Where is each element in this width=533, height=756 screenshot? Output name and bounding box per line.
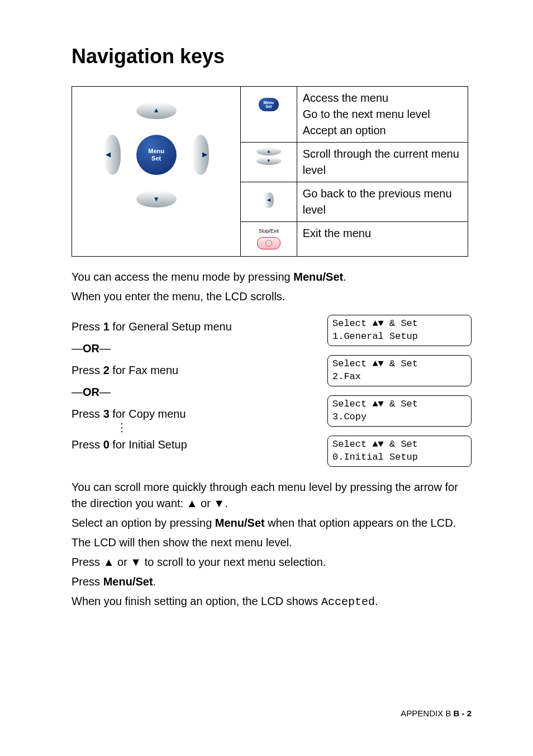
- desc-line: Access the menu: [303, 90, 462, 106]
- text: .: [343, 271, 346, 283]
- stop-exit-mini-icon: Stop/Exit: [241, 222, 297, 257]
- menu-label: Menu: [148, 148, 164, 155]
- desc-line: Accept an option: [303, 122, 462, 139]
- menu-set-button-icon: Menu Set: [136, 135, 177, 175]
- text: .: [153, 575, 156, 588]
- text-bold: 1: [103, 320, 110, 333]
- lcd-display: Select ▲▼ & Set 3.Copy: [327, 395, 472, 427]
- left-mini-icon: ◀: [241, 182, 297, 222]
- desc-line: Go to the next menu level: [303, 106, 462, 122]
- left-button-icon: ◀: [104, 135, 121, 175]
- page-footer: APPENDIX B B - 2: [401, 708, 472, 718]
- navigation-table: ▲ ▼ ◀ ▶ Menu Set Menu Set Access the men…: [72, 86, 468, 257]
- text-bold: Menu/Set: [103, 575, 153, 588]
- text-bold: 0: [103, 438, 110, 451]
- up-button-icon: ▲: [136, 102, 177, 119]
- text-bold: Menu/Set: [215, 517, 265, 529]
- dpad-illustration: ▲ ▼ ◀ ▶ Menu Set: [106, 105, 207, 205]
- stop-exit-button-icon: [257, 237, 280, 249]
- accepted-mono: Accepted: [321, 596, 375, 608]
- or-text: OR: [83, 386, 99, 398]
- text: for Fax menu: [110, 364, 178, 376]
- text: You can scroll more quickly through each…: [72, 479, 472, 512]
- text: Press: [72, 320, 103, 333]
- mini-menu-line2: Set: [266, 105, 272, 108]
- text-bold: Menu/Set: [293, 271, 343, 283]
- footer-text: APPENDIX B: [401, 708, 453, 718]
- text: When you enter the menu, the LCD scrolls…: [72, 289, 472, 305]
- stop-exit-label: Stop/Exit: [246, 228, 291, 235]
- text: Select an option by pressing: [72, 517, 215, 529]
- up-down-description: Scroll through the current menu level: [297, 143, 468, 182]
- mini-menu-line1: Menu: [264, 101, 274, 105]
- lcd-column: Select ▲▼ & Set 1.General Setup Select ▲…: [327, 315, 472, 467]
- right-button-icon: ▶: [192, 135, 209, 175]
- text-bold: 2: [103, 364, 110, 376]
- page-title: Navigation keys: [72, 45, 472, 68]
- dpad-image-cell: ▲ ▼ ◀ ▶ Menu Set: [72, 87, 241, 257]
- stop-exit-description: Exit the menu: [297, 222, 468, 257]
- text: Press: [72, 364, 103, 376]
- menu-set-description: Access the menu Go to the next menu leve…: [297, 87, 468, 143]
- text: for General Setup menu: [110, 320, 232, 333]
- or-text: OR: [83, 342, 99, 355]
- text: Press ▲ or ▼ to scroll to your next menu…: [72, 554, 472, 570]
- lcd-display: Select ▲▼ & Set 2.Fax: [327, 355, 472, 386]
- text: .: [375, 595, 378, 607]
- menu-set-mini-icon: Menu Set: [241, 87, 297, 143]
- text: Press: [72, 575, 103, 588]
- up-down-mini-icon: ▲ ▼: [241, 143, 297, 182]
- text: when that option appears on the LCD.: [265, 517, 456, 529]
- text: You can access the menu mode by pressing: [72, 271, 293, 283]
- press-list: Press 1 for General Setup menu —OR— Pres…: [72, 317, 311, 455]
- text: Press: [72, 438, 103, 451]
- text: for Copy menu: [110, 408, 186, 420]
- down-button-icon: ▼: [136, 191, 177, 207]
- text: Press: [72, 408, 103, 420]
- text: When you finish setting an option, the L…: [72, 595, 321, 607]
- intro-paragraph: You can access the menu mode by pressing…: [72, 269, 472, 305]
- instructions-block: You can scroll more quickly through each…: [72, 479, 472, 610]
- lcd-display: Select ▲▼ & Set 0.Initial Setup: [327, 436, 472, 467]
- text-bold: 3: [103, 408, 110, 420]
- lcd-display: Select ▲▼ & Set 1.General Setup: [327, 315, 472, 346]
- vertical-dots-icon: ⋮: [72, 424, 144, 435]
- text: The LCD will then show the next menu lev…: [72, 535, 472, 551]
- left-description: Go back to the previous menu level: [297, 182, 468, 222]
- text: for Initial Setup: [110, 438, 187, 451]
- set-label: Set: [151, 155, 161, 162]
- page-number: B - 2: [453, 708, 472, 718]
